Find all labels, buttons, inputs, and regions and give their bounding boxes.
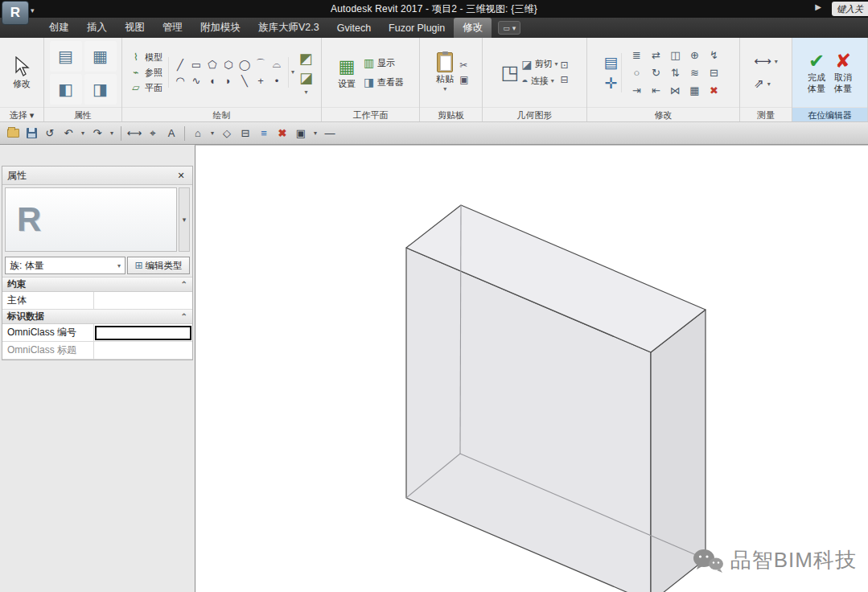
rotate-icon[interactable]: ○: [627, 64, 645, 80]
draw-partial-ellipse-icon[interactable]: ◗: [221, 73, 236, 88]
callout-button[interactable]: ⊟: [237, 125, 253, 142]
draw-pick-lines-icon[interactable]: ╲: [237, 73, 252, 88]
cancel-mass-button[interactable]: ✘ 取消 体量: [831, 50, 855, 95]
family-types-button[interactable]: ▦: [84, 41, 117, 72]
set-workplane-button[interactable]: ▦ 设置: [335, 55, 359, 90]
rotate-ccw-icon[interactable]: ↻: [647, 64, 664, 80]
delete-icon[interactable]: ✖: [705, 82, 722, 98]
switch-windows-dropdown-icon[interactable]: ▾: [311, 130, 319, 137]
tab-modify[interactable]: 修改: [454, 18, 492, 38]
aligned-dimension-button[interactable]: ⇗▾: [754, 76, 778, 91]
tab-view[interactable]: 视图: [116, 18, 154, 38]
text-button[interactable]: A: [163, 125, 179, 142]
solid-tool-icon[interactable]: ◪: [299, 69, 313, 87]
caret-down-icon[interactable]: ▾: [305, 88, 308, 96]
draw-arc-tangent-icon[interactable]: ◠: [173, 73, 187, 88]
draw-circumscribed-polygon-icon[interactable]: ⬡: [221, 57, 236, 72]
draw-point-icon[interactable]: •: [269, 73, 284, 88]
undo-button[interactable]: ↶: [60, 125, 76, 142]
demolish-icon[interactable]: ⊟: [560, 74, 568, 85]
collapse-icon[interactable]: ⌃: [181, 280, 187, 289]
close-hidden-windows-button[interactable]: ✖: [274, 125, 290, 142]
mirror-icon[interactable]: ◫: [666, 47, 684, 63]
tab-insert[interactable]: 插入: [78, 18, 116, 38]
paint-icon[interactable]: ▤: [604, 53, 619, 72]
sync-button[interactable]: ↺: [42, 125, 58, 142]
type-selector-dropdown[interactable]: ▾: [179, 187, 190, 252]
ribbon-display-toggle[interactable]: ▭ ▾: [498, 21, 520, 35]
application-menu-button[interactable]: R: [2, 1, 29, 25]
unpin-icon[interactable]: ⋈: [666, 82, 684, 98]
search-box[interactable]: 键入关: [832, 2, 868, 16]
move-icon[interactable]: ✛: [605, 74, 618, 92]
draw-inscribed-polygon-icon[interactable]: ⬠: [205, 57, 220, 72]
tab-family-master[interactable]: 族库大师V2.3: [249, 18, 328, 38]
reference-line-button[interactable]: ⌁参照: [130, 67, 162, 79]
finish-mass-button[interactable]: ✔ 完成 体量: [804, 50, 829, 95]
split-icon[interactable]: ↯: [705, 47, 722, 63]
draw-scroll-button[interactable]: ▾: [291, 68, 294, 77]
plane-button[interactable]: ▱平面: [130, 82, 162, 94]
tab-manage[interactable]: 管理: [154, 18, 191, 38]
default-3d-view-button[interactable]: ⌂: [190, 125, 206, 142]
family-filter-select[interactable]: 族: 体量 ▾: [5, 257, 125, 274]
draw-fillet-arc-icon[interactable]: +: [253, 73, 268, 88]
family-preview[interactable]: R: [5, 187, 177, 252]
measure-button[interactable]: ⟷▾: [754, 54, 778, 68]
draw-circle-icon[interactable]: ◯: [237, 57, 252, 72]
offset-icon[interactable]: ⇄: [647, 47, 664, 63]
thin-lines-button[interactable]: ≡: [256, 125, 272, 142]
infocenter-arrow-icon[interactable]: ▶: [815, 2, 821, 11]
paste-button[interactable]: 粘贴 ▾: [433, 51, 457, 94]
tab-gvitech[interactable]: Gvitech: [328, 18, 380, 38]
panel-select-label[interactable]: 选择 ▾: [0, 107, 43, 121]
family-category-button[interactable]: ◧: [50, 74, 82, 105]
align-icon[interactable]: ≣: [627, 47, 645, 63]
cut-to-clipboard-icon[interactable]: ✂: [459, 60, 468, 71]
scale-icon[interactable]: ≋: [685, 64, 703, 80]
section-constraints[interactable]: 约束 ⌃: [2, 278, 192, 292]
draw-ellipse-icon[interactable]: ◖: [205, 73, 220, 88]
aligned-dimension-button[interactable]: ⌖: [145, 125, 161, 142]
draw-spline-icon[interactable]: ∿: [189, 73, 204, 88]
draw-arc-center-ends-icon[interactable]: ⌓: [269, 57, 284, 72]
draw-line-icon[interactable]: ╱: [173, 57, 187, 72]
join-geometry-button[interactable]: ◓ 连接 ▾: [521, 75, 557, 88]
extend-icon[interactable]: ⇥: [627, 82, 645, 98]
undo-dropdown-icon[interactable]: ▾: [79, 130, 87, 137]
customize-toolbar-button[interactable]: —: [322, 125, 338, 142]
omniclass-number-input[interactable]: [95, 326, 191, 340]
collapse-icon[interactable]: ⌃: [181, 312, 187, 321]
pin-icon[interactable]: ⇤: [647, 82, 664, 98]
show-workplane-button[interactable]: ▥显示: [361, 56, 397, 70]
drawing-area[interactable]: 品智BIM科技: [195, 145, 868, 592]
model-line-button[interactable]: ⌇模型: [130, 51, 162, 64]
cut-geometry-button[interactable]: ◪ 剪切 ▾: [521, 58, 557, 71]
section-button[interactable]: ◇: [219, 125, 235, 142]
redo-button[interactable]: ↷: [89, 125, 105, 142]
surface-tool-icon[interactable]: ◩: [299, 50, 313, 68]
trim-corner-icon[interactable]: ▦: [685, 82, 703, 98]
property-value[interactable]: [94, 342, 192, 359]
type-properties-button[interactable]: ◨: [84, 74, 117, 105]
array-icon[interactable]: ⇅: [666, 64, 684, 80]
tab-addins[interactable]: 附加模块: [191, 18, 249, 38]
properties-palette-header[interactable]: 属性 ✕: [2, 166, 192, 185]
trim-icon[interactable]: ⊟: [705, 64, 722, 80]
application-menu-caret-icon[interactable]: ▾: [31, 6, 35, 14]
edit-type-button[interactable]: ⊞ 编辑类型: [127, 257, 190, 274]
tab-create[interactable]: 创建: [40, 18, 78, 38]
draw-arc-start-end-icon[interactable]: ⌒: [253, 57, 268, 72]
draw-rectangle-icon[interactable]: ▭: [189, 57, 204, 72]
measure-button[interactable]: ⟷: [126, 125, 142, 142]
view-dropdown-icon[interactable]: ▾: [208, 130, 216, 137]
redo-dropdown-icon[interactable]: ▾: [108, 130, 116, 137]
switch-windows-button[interactable]: ▣: [293, 125, 309, 142]
property-value[interactable]: [94, 292, 192, 309]
open-button[interactable]: [5, 125, 21, 142]
tab-fuzor-plugin[interactable]: Fuzor Plugin: [380, 18, 454, 38]
workplane-viewer-button[interactable]: ◨查看器: [361, 75, 406, 89]
close-icon[interactable]: ✕: [175, 171, 187, 181]
section-identity-data[interactable]: 标识数据 ⌃: [2, 310, 192, 324]
wall-joins-icon[interactable]: ⊡: [560, 60, 568, 71]
